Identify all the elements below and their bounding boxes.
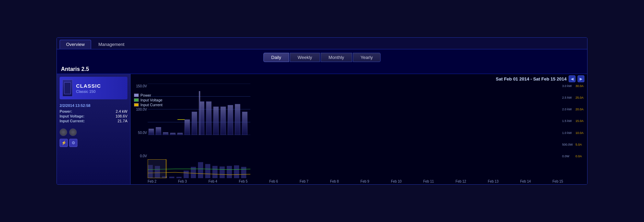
x-axis-labels: Feb 2 Feb 3 Feb 4 Feb 5 Feb 6 Feb 7 Feb … (148, 178, 563, 184)
legend-power: Power (134, 93, 162, 97)
y-left-0: 0.0V (132, 154, 147, 158)
x-feb15: Feb 15 (553, 180, 563, 183)
svg-rect-16 (221, 107, 226, 135)
y-right-20a: 20.0A (575, 108, 587, 111)
svg-rect-35 (148, 159, 166, 178)
y-right-3kw: 3.0 kW (562, 84, 575, 88)
svg-rect-27 (191, 167, 196, 178)
x-feb9: Feb 9 (360, 180, 369, 183)
y-right-0a: 0.0A (575, 155, 587, 158)
x-feb12: Feb 12 (456, 180, 466, 183)
y-right-2kw: 2.0 kW (562, 108, 575, 111)
tab-overview[interactable]: Overview (60, 40, 91, 49)
x-feb6: Feb 6 (269, 180, 278, 183)
device-name: CLASSIC (76, 83, 101, 89)
x-feb4: Feb 4 (209, 180, 218, 183)
device-voltage-label: Input Voltage: (60, 114, 85, 118)
chart-container: Power Input Voltage Input Current (131, 84, 587, 184)
svg-rect-13 (200, 102, 204, 135)
x-feb14: Feb 14 (520, 180, 531, 183)
chart-nav-left[interactable]: ◀ (569, 75, 575, 82)
svg-rect-10 (185, 120, 190, 135)
period-monthly[interactable]: Monthly (321, 53, 352, 62)
device-power-stat: Power: 2.4 kW (60, 109, 127, 113)
device-current-stat: Input Current: 21.7A (60, 119, 127, 123)
svg-rect-14 (206, 102, 211, 135)
svg-rect-11 (192, 112, 197, 135)
chart-legend: Power Input Voltage Input Current (134, 93, 162, 108)
svg-rect-18 (235, 104, 240, 135)
device-info: 2/2/2014 13:52:58 Power: 2.4 kW Input Vo… (60, 102, 127, 125)
y-right-1kw: 1.0 kW (562, 131, 575, 135)
svg-rect-31 (220, 166, 225, 178)
device-controls (60, 128, 127, 136)
tab-management[interactable]: Management (92, 40, 131, 49)
device-current-label: Input Current: (60, 119, 85, 123)
x-feb11: Feb 11 (423, 180, 434, 183)
svg-rect-17 (228, 105, 233, 135)
y-right-25kw: 2.5 kW (562, 96, 575, 99)
device-panel: CLASSIC Classic 150 2/2/2014 13:52:58 Po… (57, 74, 131, 184)
legend-current-label: Input Current (140, 103, 162, 107)
main-chart-svg (148, 84, 250, 135)
y-right-500w: 500.0W (562, 143, 575, 146)
y-right-10a: 10.0A (575, 131, 587, 135)
y-right-15kw: 1.5 kW (562, 119, 575, 123)
period-selector: Daily Weekly Monthly Yearly (57, 49, 587, 65)
svg-rect-34 (241, 167, 246, 178)
device-name-block: CLASSIC Classic 150 (76, 83, 101, 94)
svg-rect-26 (184, 171, 189, 178)
y-left-150: 150.0V (132, 84, 147, 88)
svg-rect-8 (170, 133, 175, 135)
device-actions: ⚡ ⚙ (60, 139, 127, 147)
y-axis-right-a: 30.0A 25.0A 20.0A 15.0A 10.0A 5.0A 0.0A (575, 84, 587, 159)
chart-date-range: Sat Feb 01 2014 - Sat Feb 15 2014 (496, 76, 567, 82)
top-tabs: Overview Management (57, 38, 587, 49)
main-content: CLASSIC Classic 150 2/2/2014 13:52:58 Po… (57, 74, 587, 184)
x-feb3: Feb 3 (178, 180, 187, 183)
legend-power-color (134, 94, 139, 97)
x-feb10: Feb 10 (391, 180, 401, 183)
svg-rect-32 (227, 166, 232, 178)
device-model: Classic 150 (76, 89, 101, 94)
svg-rect-19 (242, 112, 247, 135)
device-action-1[interactable]: ⚡ (60, 139, 68, 147)
device-power-label: Power: (60, 109, 72, 113)
legend-current: Input Current (134, 103, 162, 107)
y-right-15a: 15.0A (575, 119, 587, 123)
y-right-5a: 5.0A (575, 143, 587, 146)
chart-header: Sat Feb 01 2014 - Sat Feb 15 2014 ◀ ▶ (131, 74, 587, 84)
period-yearly[interactable]: Yearly (353, 53, 381, 62)
chart-area: Sat Feb 01 2014 - Sat Feb 15 2014 ◀ ▶ Po… (131, 74, 587, 184)
svg-rect-12 (199, 91, 200, 135)
svg-rect-15 (213, 107, 219, 135)
y-right-30a: 30.0A (575, 84, 587, 88)
svg-rect-33 (234, 165, 239, 178)
period-daily[interactable]: Daily (263, 53, 289, 62)
period-weekly[interactable]: Weekly (290, 53, 320, 62)
app-container: Overview Management Daily Weekly Monthly… (57, 37, 587, 185)
x-feb5: Feb 5 (239, 180, 248, 183)
device-voltage-stat: Input Voltage: 108.6V (60, 114, 127, 118)
x-feb2: Feb 2 (148, 180, 157, 183)
app-title: Antaris 2.5 (57, 65, 587, 74)
device-timestamp: 2/2/2014 13:52:58 (60, 103, 127, 108)
mini-chart-svg (148, 159, 250, 178)
device-btn-right[interactable] (69, 128, 77, 136)
x-feb13: Feb 13 (488, 180, 498, 183)
chart-nav-right[interactable]: ▶ (578, 75, 584, 82)
y-left-100: 100.0V (132, 108, 147, 111)
legend-voltage-label: Input Voltage (140, 98, 162, 102)
y-left-50: 50.0V (132, 131, 147, 135)
device-voltage-value: 108.6V (115, 114, 127, 118)
device-btn-left[interactable] (60, 128, 67, 136)
device-action-2[interactable]: ⚙ (69, 139, 77, 147)
svg-rect-28 (198, 162, 203, 178)
y-right-25a: 25.0A (575, 96, 587, 99)
legend-voltage-color (134, 98, 139, 102)
device-current-value: 21.7A (117, 119, 127, 123)
svg-rect-5 (149, 129, 154, 135)
device-icon (62, 79, 73, 97)
legend-power-label: Power (140, 93, 151, 97)
svg-rect-6 (156, 127, 161, 135)
